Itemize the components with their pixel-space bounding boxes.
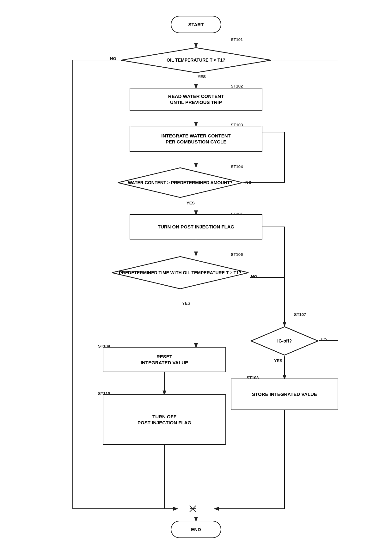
d101-yes-label: YES — [198, 74, 206, 79]
d107-node: IG-off? — [250, 325, 319, 356]
start-node: START — [171, 16, 221, 33]
d106-no-label: NO — [251, 274, 257, 279]
d106-yes-label: YES — [182, 301, 190, 306]
svg-line-16 — [190, 506, 196, 512]
st107-label: ST107 — [294, 312, 306, 317]
d104-no-label: NO — [245, 180, 252, 185]
b109-node: RESET INTEGRATED VALUE — [103, 347, 226, 372]
flowchart: START ST101 OIL TEMPERATURE T < T1? NO Y… — [54, 9, 338, 547]
b110-node: TURN OFF POST INJECTION FLAG — [103, 394, 226, 445]
b108-node: STORE INTEGRATED VALUE — [231, 379, 338, 410]
d101-no-label: NO — [110, 56, 116, 61]
b103-node: INTEGRATE WATER CONTENT PER COMBUSTION C… — [130, 126, 262, 152]
st101-label: ST101 — [231, 37, 243, 42]
d104-yes-label: YES — [187, 201, 195, 205]
b105-node: TURN ON POST INJECTION FLAG — [130, 214, 262, 240]
d101-node: OIL TEMPERATURE T < T1? — [120, 47, 272, 74]
end-node: END — [171, 521, 221, 538]
d106-node: PREDETERMINED TIME WITH OIL TEMPERATURE … — [111, 255, 250, 290]
svg-line-15 — [190, 506, 196, 512]
b102-node: READ WATER CONTENT UNTIL PREVIOUS TRIP — [130, 88, 262, 111]
d104-node: WATER CONTENT ≥ PREDETERMINED AMOUNT? — [117, 167, 243, 198]
d107-no-label: NO — [321, 337, 327, 342]
d107-yes-label: YES — [274, 358, 282, 363]
